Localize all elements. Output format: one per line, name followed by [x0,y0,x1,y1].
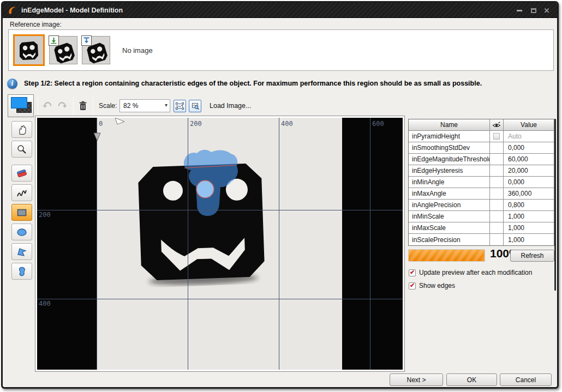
progress-fill [409,250,485,261]
param-value[interactable]: 0,800 [504,200,554,211]
update-preview-checkbox-row[interactable]: ✔ Update preview after each modification [409,269,532,276]
rectangle-icon [15,207,28,218]
image-editor-canvas[interactable]: 0 200 400 600 200 400 [35,116,405,372]
table-row[interactable]: inScalePrecision 1,000 [409,234,554,245]
param-name: inMinAngle [409,177,490,188]
thumbnail-current-image[interactable] [13,34,45,66]
checkbox-label: Update preview after each modification [419,269,532,276]
param-value[interactable]: 360,000 [504,188,554,200]
table-row[interactable]: inSmoothingStdDev 0,000 [409,142,554,154]
cancel-button[interactable]: Cancel [500,373,552,386]
lasso-tool-button[interactable] [11,263,32,280]
param-value[interactable]: Auto [504,131,554,142]
thumbnail-load-from-port[interactable] [82,36,110,64]
param-visibility-cell[interactable] [490,131,504,142]
delete-region-button[interactable] [76,99,90,113]
param-value[interactable]: 1,000 [504,222,554,234]
param-visibility-cell[interactable] [490,154,504,165]
rectangle-tool-button[interactable] [11,204,32,221]
lasso-icon [15,266,28,277]
magnifier-icon [16,144,28,155]
freehand-draw-tool-button[interactable] [11,184,32,201]
table-row[interactable]: inMinScale 1,000 [409,211,554,222]
table-row[interactable]: inAnglePrecision 0,800 [409,200,554,211]
window-title: inEdgeModel - Model Definition [21,7,123,14]
toolbar-separator [38,97,38,115]
param-visibility-cell[interactable] [490,165,504,177]
scale-label: Scale: [99,102,117,110]
param-visibility-cell[interactable] [490,211,504,222]
brush-preview [8,94,34,117]
table-row[interactable]: inMaxAngle 360,000 [409,188,554,200]
brush-color-swatch [11,97,27,108]
scale-value: 82 % [123,102,138,110]
zoom-tool-button[interactable] [11,141,32,158]
svg-text:200: 200 [190,120,202,128]
param-visibility-cell[interactable] [490,234,504,245]
panel-splitter[interactable] [554,119,556,291]
param-visibility-cell[interactable] [490,200,504,211]
minimize-icon [517,10,522,11]
param-value[interactable]: 20,000 [504,165,554,177]
zoom-selection-button[interactable] [189,100,201,112]
undo-icon [42,101,53,111]
redo-button[interactable] [55,99,69,113]
load-image-button[interactable]: Load Image... [206,100,254,112]
svg-text:600: 600 [372,120,384,128]
param-value[interactable]: 1,000 [504,234,554,245]
ellipse-icon [15,227,28,238]
ok-button[interactable]: OK [446,373,497,386]
zoom-fit-button[interactable] [174,100,186,112]
face-thumbnail-icon [17,38,41,63]
svg-text:200: 200 [39,211,51,219]
param-visibility-cell[interactable] [490,222,504,234]
param-value[interactable]: 0,000 [504,142,554,154]
close-icon: ✕ [544,7,550,14]
param-name: inScalePrecision [409,234,490,245]
column-header-visibility[interactable] [490,119,504,131]
table-row[interactable]: inPyramidHeight Auto [409,131,554,142]
param-visibility-cell[interactable] [490,177,504,188]
param-value[interactable]: 1,000 [504,211,554,222]
checkmark-icon: ✔ [410,282,415,288]
column-header-value[interactable]: Value [504,119,554,131]
checkbox[interactable]: ✔ [409,269,416,276]
title-bar[interactable]: inEdgeModel - Model Definition ✕ [3,3,557,18]
eye-icon [492,122,501,128]
column-header-name[interactable]: Name [409,119,490,131]
param-visibility-cell[interactable] [490,188,504,200]
fit-image-icon [176,102,184,110]
reference-image-panel: No image [8,29,554,71]
scale-combobox[interactable]: 82 % ▾ [119,99,170,112]
param-value[interactable]: 60,000 [504,154,554,165]
ellipse-tool-button[interactable] [11,224,32,240]
thumbnail-load-from-file[interactable] [49,36,77,64]
param-value[interactable]: 0,000 [504,177,554,188]
close-button[interactable]: ✕ [541,7,553,14]
param-visibility-cell[interactable] [490,142,504,154]
hand-icon [16,124,28,135]
auto-checkbox[interactable] [493,133,500,140]
checkbox[interactable]: ✔ [409,282,416,290]
preview-image[interactable]: 0 200 400 600 200 400 [37,118,403,370]
pan-tool-button[interactable] [11,121,32,138]
table-row[interactable]: inEdgeHysteresis 20,000 [409,165,554,177]
next-button[interactable]: Next > [390,373,443,386]
minimize-button[interactable] [513,7,525,14]
model-definition-dialog: inEdgeModel - Model Definition ✕ Referen… [1,1,559,389]
undo-button[interactable] [40,99,55,113]
table-row[interactable]: inEdgeMagnitudeThreshold 60,000 [409,154,554,165]
load-from-file-badge [49,35,59,46]
table-row[interactable]: inMinAngle 0,000 [409,177,554,188]
checkmark-icon: ✔ [410,269,415,275]
redo-icon [57,101,68,111]
param-name: inSmoothingStdDev [409,142,490,154]
param-name: inEdgeHysteresis [409,165,490,177]
table-row[interactable]: inMaxScale 1,000 [409,222,554,234]
refresh-button[interactable]: Refresh [510,250,554,262]
eraser-tool-button[interactable] [11,165,32,182]
polygon-tool-button[interactable] [11,243,32,260]
maximize-button[interactable] [528,7,540,14]
show-edges-checkbox-row[interactable]: ✔ Show edges [409,282,455,290]
svg-text:0: 0 [99,120,103,128]
